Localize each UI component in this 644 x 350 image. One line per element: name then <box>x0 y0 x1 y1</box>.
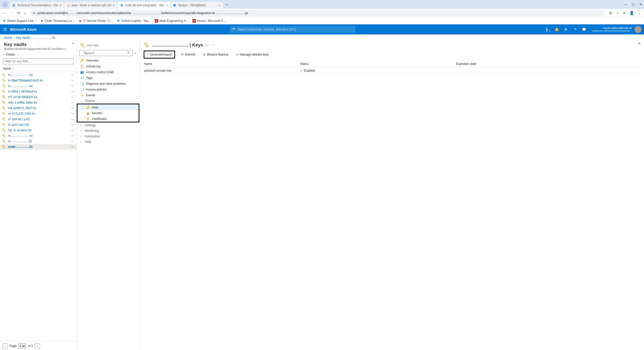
list-item[interactable]: m………………-kv⋯ <box>0 83 76 89</box>
breadcrumb-home[interactable]: Home <box>4 36 12 39</box>
browser-tab[interactable]: java - Mock a method call call × <box>64 2 117 9</box>
profile-icon[interactable]: 👤 <box>629 11 634 15</box>
create-button[interactable]: + Create <box>3 53 15 56</box>
list-item[interactable]: m -prd-be t y-02⋯ <box>0 116 76 122</box>
close-window-icon[interactable]: ✕ <box>639 3 642 6</box>
bookmark-item[interactable]: ◆IT Service Portal - C… <box>78 19 113 23</box>
more-icon[interactable]: ⋯ <box>71 95 74 99</box>
notifications-icon[interactable]: 🔔 <box>552 24 561 34</box>
table-row[interactable]: pxlvision-private-key✓ Enabled <box>144 67 640 74</box>
close-icon[interactable]: × <box>219 4 221 7</box>
restore-backup-button[interactable]: ↥Restore Backup <box>202 52 230 57</box>
list-item[interactable]: m f8ae735daa44143c5-kv⋯ <box>0 78 76 83</box>
extensions-icon[interactable]: ✦ <box>623 11 626 15</box>
azure-brand[interactable]: Microsoft Azure <box>10 27 42 31</box>
column-name[interactable]: Name <box>144 62 300 66</box>
nav-group-settings[interactable]: ›Settings <box>77 122 139 128</box>
list-item[interactable]: m9 a1f9f27L 6507-kv⋯ <box>0 105 76 111</box>
nav-keys[interactable]: 🔑Keys <box>77 104 139 110</box>
bookmark-item[interactable]: ✱Github Copilot - Tea… <box>117 19 151 23</box>
more-icon[interactable]: ⋯ <box>71 90 74 93</box>
collapse-icon[interactable]: « <box>134 51 137 55</box>
next-page-button[interactable]: › <box>35 343 40 348</box>
home-icon[interactable]: ⌂ <box>24 11 26 15</box>
cloud-shell-icon[interactable]: ❯_ <box>543 24 552 34</box>
generate-import-button[interactable]: +Generate/Import <box>144 51 175 59</box>
nav-secrets[interactable]: 🔒Secrets <box>77 110 139 116</box>
list-item[interactable]: m8c 3 a4f9a 3afac-kv⋯ <box>0 100 76 105</box>
column-header-name[interactable]: Name ↑ <box>0 65 76 72</box>
nav-overview[interactable]: 🔑Overview <box>77 58 139 63</box>
nav-events[interactable]: ⚡Events <box>77 92 139 98</box>
nav-group-objects[interactable]: ⌄Objects <box>77 98 139 104</box>
nav-group-automation[interactable]: ›Automation <box>77 134 139 139</box>
nav-iam[interactable]: 👥Access control (IAM) <box>77 69 139 75</box>
install-app-icon[interactable]: ⊕ <box>609 11 612 15</box>
settings-icon[interactable]: ⚙ <box>561 24 571 34</box>
minimize-icon[interactable]: — <box>624 3 627 6</box>
more-icon[interactable]: ⋯ <box>71 140 74 143</box>
more-icon[interactable]: ⋯ <box>71 101 74 104</box>
list-item[interactable]: m7 1d 08 480a3d2-kv⋯ <box>0 94 76 100</box>
favorite-star-icon[interactable]: ☆ <box>206 43 209 47</box>
more-icon[interactable]: ⋯ <box>71 123 74 126</box>
collapse-icon[interactable]: « <box>72 41 74 45</box>
close-icon[interactable]: × <box>166 4 168 7</box>
avatar[interactable] <box>634 26 641 33</box>
nav-tags[interactable]: 🏷Tags <box>77 75 139 81</box>
list-item[interactable]: m………………-kv⋯ <box>0 133 76 139</box>
bookmark-star-icon[interactable]: ☆ <box>616 11 619 15</box>
browser-tab[interactable]: Technical Documentation - Sie × <box>10 2 64 9</box>
bookmark-item[interactable]: MMobi Engineering H… <box>155 19 189 23</box>
more-icon[interactable]: ⋯ <box>71 134 74 138</box>
more-icon[interactable]: ⋯ <box>211 43 215 47</box>
more-icon[interactable]: ⋯ <box>71 73 74 77</box>
reload-icon[interactable]: ⟳ <box>17 11 20 15</box>
more-icon[interactable]: ⋯ <box>71 112 74 115</box>
menu-icon[interactable]: ⋮ <box>638 11 641 15</box>
back-icon[interactable]: ← <box>3 11 6 15</box>
nav-diagnose[interactable]: 🩺Diagnose and solve problems <box>77 81 139 86</box>
list-item[interactable]: m………………32⋯ <box>0 139 76 144</box>
prev-page-button[interactable]: ‹ <box>3 343 8 348</box>
nav-access-policies[interactable]: 📑Access policies <box>77 86 139 92</box>
column-status[interactable]: Status <box>300 62 456 66</box>
refresh-button[interactable]: ⟳Refresh <box>180 52 197 57</box>
nav-group-monitoring[interactable]: ›Monitoring <box>77 128 139 134</box>
forward-icon[interactable]: → <box>10 11 14 15</box>
bookmark-item[interactable]: ✱Siebel Support Link… <box>3 19 36 23</box>
maximize-icon[interactable]: ☐ <box>632 3 635 6</box>
list-item[interactable]: m 60b3 1 b615ecd-kv⋯ <box>0 89 76 94</box>
browser-tab[interactable]: Tempo - JIRA@Mobi × <box>170 2 223 9</box>
bookmark-item[interactable]: MHome - Microsoft A… <box>192 19 226 23</box>
more-icon[interactable]: ⋯ <box>71 128 74 132</box>
more-icon[interactable]: ⋯ <box>71 117 74 121</box>
close-icon[interactable]: ✕ <box>638 41 641 46</box>
list-item[interactable]: mc -b -e iratun 01⋯ <box>0 127 76 133</box>
list-item[interactable]: mobi-…-………01⋯ <box>0 144 76 150</box>
nav-activity-log[interactable]: 📋Activity log <box>77 63 139 69</box>
more-icon[interactable]: ⋯ <box>17 53 20 56</box>
list-item[interactable]: m………………-kv⋯ <box>0 72 76 78</box>
page-select[interactable]: 1 <box>19 343 26 348</box>
nav-certificates[interactable]: 📜Certificates <box>77 116 139 122</box>
azure-search-input[interactable] <box>238 28 353 31</box>
more-icon[interactable]: ⋯ <box>71 106 74 110</box>
resource-search-input[interactable] <box>79 50 133 56</box>
list-item[interactable]: m -prd-t atu s02⋯ <box>0 122 76 127</box>
help-icon[interactable]: ? <box>571 24 580 34</box>
account-menu[interactable]: martin.piekov@mobi.ch MOBILIAR VERSICHER… <box>589 26 634 32</box>
more-icon[interactable]: ⋯ <box>71 79 74 82</box>
close-icon[interactable]: × <box>59 4 61 7</box>
bookmark-item[interactable]: ■Order Temporary Lo… <box>40 19 75 23</box>
browser-tab[interactable]: mobi-dki-pre-integrati01 - Mic × <box>117 2 171 9</box>
column-expiration[interactable]: Expiration date <box>456 62 639 66</box>
more-icon[interactable]: ⋯ <box>71 84 74 88</box>
hamburger-icon[interactable]: ☰ <box>0 27 10 32</box>
manage-deleted-button[interactable]: 🗝Manage deleted keys <box>234 52 270 57</box>
nav-group-help[interactable]: ›Help <box>77 139 139 145</box>
feedback-icon[interactable]: 💬 <box>580 24 589 34</box>
azure-search[interactable]: 🔍 <box>230 26 355 33</box>
more-icon[interactable]: ⋯ <box>71 145 74 149</box>
url-input[interactable]: ⇆ portal.azure.com/#@m………microsoft.com/r… <box>30 10 606 16</box>
